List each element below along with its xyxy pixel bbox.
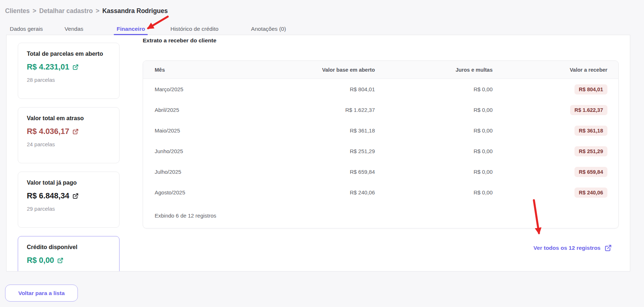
- column-header-juros-multas: Juros e multas: [375, 67, 493, 73]
- cell-month: Abril/2025: [155, 107, 263, 113]
- cell-interest: R$ 0,00: [375, 86, 493, 92]
- card-valor-total-ja-pago: Valor total já pago R$ 6.848,34 29 parce…: [18, 172, 120, 228]
- table-row: Julho/2025 R$ 659,84 R$ 0,00 R$ 659,84: [143, 161, 618, 182]
- external-link-icon[interactable]: [72, 129, 79, 135]
- content-panel: Total de parcelas em aberto R$ 4.231,01 …: [6, 35, 630, 272]
- cell-month: Maio/2025: [155, 127, 263, 134]
- card-title: Valor total já pago: [27, 180, 110, 186]
- receivable-badge: R$ 1.622,37: [570, 105, 607, 115]
- card-credito-disponivel: Crédito disponível R$ 0,00: [18, 236, 120, 272]
- cell-interest: R$ 0,00: [375, 148, 493, 154]
- column-header-mes: Mês: [155, 67, 263, 73]
- external-link-icon[interactable]: [72, 64, 79, 70]
- tab-dados-gerais[interactable]: Dados gerais: [9, 23, 43, 35]
- receivables-table: Mês Valor base em aberto Juros e multas …: [143, 60, 619, 228]
- breadcrumb-detalhar-cadastro[interactable]: Detalhar cadastro: [39, 7, 93, 15]
- card-total-parcelas-em-aberto: Total de parcelas em aberto R$ 4.231,01 …: [18, 43, 120, 99]
- external-link-icon[interactable]: [72, 193, 79, 199]
- table-row: Junho/2025 R$ 251,29 R$ 0,00 R$ 251,29: [143, 141, 618, 161]
- card-value: R$ 6.848,34: [27, 192, 69, 201]
- cell-base: R$ 1.622,37: [263, 107, 375, 113]
- card-value: R$ 0,00: [27, 256, 54, 265]
- card-title: Crédito disponível: [27, 244, 110, 251]
- external-link-icon: [605, 244, 612, 252]
- external-link-icon[interactable]: [57, 257, 63, 264]
- cell-month: Julho/2025: [155, 169, 263, 175]
- table-row: Abril/2025 R$ 1.622,37 R$ 0,00 R$ 1.622,…: [143, 100, 618, 120]
- card-title: Valor total em atraso: [27, 115, 110, 122]
- breadcrumb-separator: >: [33, 7, 36, 15]
- cell-base: R$ 659,84: [263, 169, 375, 175]
- back-to-list-button[interactable]: Voltar para a lista: [5, 285, 78, 302]
- cell-base: R$ 804,01: [263, 86, 375, 92]
- table-row: Agosto/2025 R$ 240,06 R$ 0,00 R$ 240,06: [143, 182, 618, 203]
- cell-base: R$ 251,29: [263, 148, 375, 154]
- breadcrumb-clientes[interactable]: Clientes: [5, 7, 30, 15]
- summary-cards-column: Total de parcelas em aberto R$ 4.231,01 …: [18, 43, 120, 272]
- view-all-records-link[interactable]: Ver todos os 12 registros: [534, 244, 612, 252]
- receivable-badge: R$ 240,06: [574, 188, 607, 198]
- card-subtitle: 29 parcelas: [27, 206, 110, 212]
- section-title: Extrato a receber do cliente: [143, 37, 216, 44]
- cell-interest: R$ 0,00: [375, 169, 493, 175]
- breadcrumb-client-name: Kassandra Rodrigues: [102, 7, 168, 15]
- tab-vendas[interactable]: Vendas: [64, 23, 84, 35]
- tab-bar: Dados gerais Vendas Financeiro Histórico…: [6, 23, 630, 35]
- card-title: Total de parcelas em aberto: [27, 51, 110, 57]
- cell-month: Março/2025: [155, 86, 263, 92]
- cell-month: Junho/2025: [155, 148, 263, 154]
- column-header-valor-base: Valor base em aberto: [263, 67, 375, 73]
- table-header-row: Mês Valor base em aberto Juros e multas …: [143, 61, 618, 79]
- tab-historico-de-credito[interactable]: Histórico de crédito: [170, 23, 219, 35]
- cell-interest: R$ 0,00: [375, 127, 493, 134]
- table-row: Maio/2025 R$ 361,18 R$ 0,00 R$ 361,18: [143, 120, 618, 141]
- table-row: Março/2025 R$ 804,01 R$ 0,00 R$ 804,01: [143, 79, 618, 100]
- receivable-badge: R$ 659,84: [574, 167, 607, 177]
- card-subtitle: 28 parcelas: [27, 77, 110, 83]
- receivable-badge: R$ 804,01: [574, 84, 607, 94]
- table-record-count: Exbindo 6 de 12 registros: [143, 203, 618, 228]
- receivable-badge: R$ 361,18: [574, 126, 607, 136]
- card-value: R$ 4.231,01: [27, 63, 69, 72]
- view-all-label: Ver todos os 12 registros: [534, 245, 601, 251]
- tab-anotacoes[interactable]: Anotações (0): [250, 23, 287, 35]
- cell-interest: R$ 0,00: [375, 107, 493, 113]
- column-header-valor-a-receber: Valor a receber: [493, 67, 607, 73]
- cell-month: Agosto/2025: [155, 189, 263, 195]
- cell-interest: R$ 0,00: [375, 189, 493, 195]
- receivable-badge: R$ 251,29: [574, 146, 607, 156]
- tab-financeiro[interactable]: Financeiro: [116, 23, 146, 35]
- card-valor-total-em-atraso: Valor total em atraso R$ 4.036,17 24 par…: [18, 107, 120, 163]
- cell-base: R$ 240,06: [263, 189, 375, 195]
- cell-base: R$ 361,18: [263, 127, 375, 134]
- card-value: R$ 4.036,17: [27, 127, 69, 136]
- breadcrumb-separator: >: [96, 7, 99, 15]
- breadcrumb: Clientes > Detalhar cadastro > Kassandra…: [5, 7, 168, 15]
- card-subtitle: 24 parcelas: [27, 141, 110, 147]
